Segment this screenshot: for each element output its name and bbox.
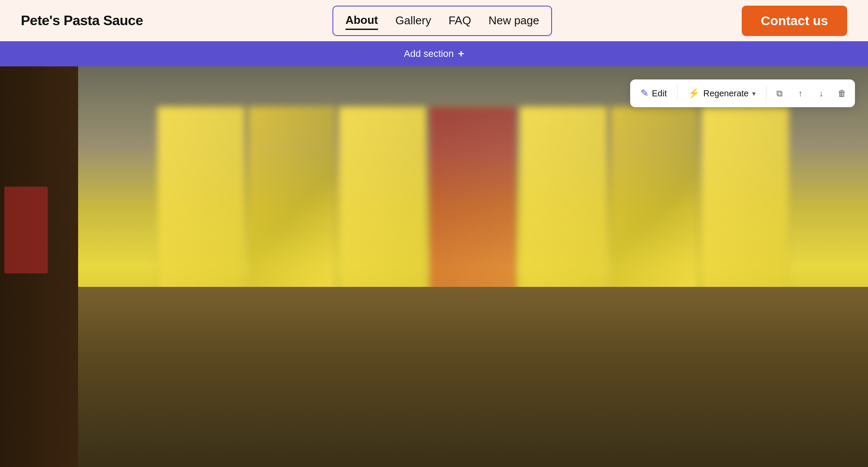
hero-ground (78, 287, 868, 467)
nav-link-newpage[interactable]: New page (488, 12, 539, 29)
regenerate-icon: ⚡ (688, 88, 700, 99)
nav-link-gallery[interactable]: Gallery (395, 12, 431, 29)
trash-icon: 🗑 (838, 89, 846, 99)
edit-icon: ✎ (641, 88, 648, 99)
add-section-label: Add section (404, 48, 454, 59)
move-down-button[interactable]: ↓ (812, 84, 831, 103)
toolbar-divider-2 (766, 86, 766, 101)
nav-link-faq[interactable]: FAQ (448, 12, 471, 29)
regenerate-label: Regenerate (703, 89, 749, 99)
arrow-up-icon: ↑ (798, 89, 802, 99)
edit-button[interactable]: ✎ Edit (634, 84, 674, 102)
regenerate-button[interactable]: ⚡ Regenerate ▾ (681, 84, 763, 102)
move-up-button[interactable]: ↑ (791, 84, 810, 103)
site-title: Pete's Pasta Sauce (21, 13, 143, 29)
add-section-button[interactable]: Add section + (404, 48, 464, 60)
copy-button[interactable]: ⧉ (770, 84, 789, 103)
copy-icon: ⧉ (776, 89, 783, 99)
navbar: Pete's Pasta Sauce About Gallery FAQ New… (0, 0, 868, 41)
plus-icon: + (458, 48, 464, 60)
contact-button[interactable]: Contact us (742, 6, 847, 36)
nav-link-about[interactable]: About (345, 12, 378, 30)
hero-background (0, 66, 868, 467)
hero-left-panel (0, 66, 78, 467)
chevron-down-icon: ▾ (752, 89, 756, 98)
section-toolbar: ✎ Edit ⚡ Regenerate ▾ ⧉ ↑ ↓ 🗑 (630, 79, 855, 107)
nav-links: About Gallery FAQ New page (332, 6, 552, 36)
delete-button[interactable]: 🗑 (832, 84, 852, 103)
edit-label: Edit (652, 89, 667, 99)
toolbar-divider-1 (677, 86, 677, 101)
arrow-down-icon: ↓ (819, 89, 823, 99)
add-section-bar: Add section + (0, 41, 868, 66)
hero-section: ✎ Edit ⚡ Regenerate ▾ ⧉ ↑ ↓ 🗑 (0, 66, 868, 467)
hero-center-panel (78, 66, 868, 467)
